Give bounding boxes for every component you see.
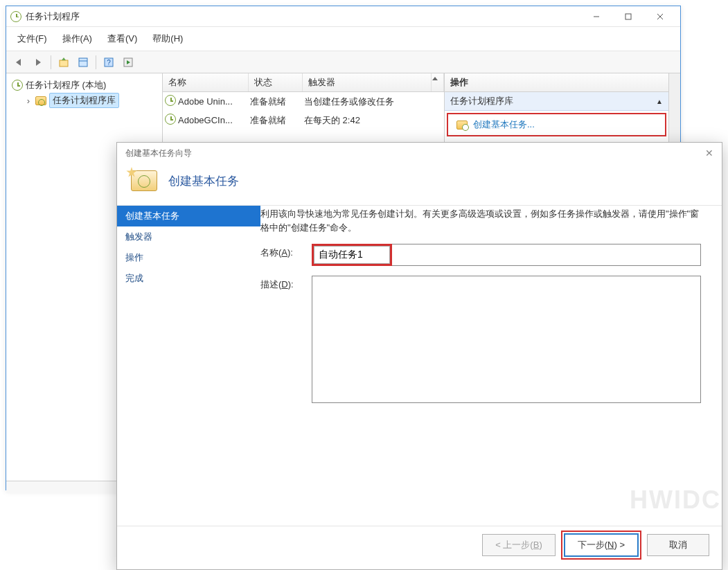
toolbar-separator [51,55,51,69]
nav-back-button[interactable] [10,54,27,71]
tree-library-label: 任务计划程序库 [49,93,119,108]
svg-marker-5 [36,59,41,66]
folder-icon [35,96,46,105]
properties-button[interactable] [75,54,91,71]
help-button[interactable]: ? [100,54,117,71]
svg-marker-4 [16,59,21,66]
create-task-icon [456,121,468,130]
task-trigger: 在每天的 2:42 [304,114,444,127]
clock-icon [10,11,21,22]
wizard-steps: 创建基本任务 触发器 操作 完成 [117,206,260,526]
collapse-icon: ▲ [656,98,663,105]
name-label: 名称(A): [260,244,305,259]
back-button: < 上一步(B) [482,534,556,556]
col-name[interactable]: 名称 [163,73,249,91]
wizard-icon [131,170,157,191]
minimize-button[interactable] [580,6,612,27]
list-header: 名称 状态 触发器 [163,73,444,92]
window-title: 任务计划程序 [26,10,80,23]
menu-action[interactable]: 操作(A) [55,30,99,48]
svg-text:?: ? [107,59,111,66]
step-finish[interactable]: 完成 [117,268,260,289]
up-level-button[interactable] [55,54,72,71]
menu-file[interactable]: 文件(F) [10,30,54,48]
expander-icon[interactable]: › [24,96,33,106]
svg-rect-1 [625,14,631,19]
run-button[interactable] [120,54,136,71]
wizard-close-button[interactable]: ✕ [705,148,713,159]
clock-icon [165,114,176,125]
next-button[interactable]: 下一步(N) > [564,533,639,557]
task-row[interactable]: Adobe Unin... 准备就绪 当创建任务或修改任务 [163,92,444,111]
tree-root[interactable]: 任务计划程序 (本地) [10,78,158,93]
description-row: 描述(D): [260,276,701,405]
window-controls [580,6,676,27]
nav-forward-button[interactable] [30,54,46,71]
toolbar-separator [96,55,96,69]
menu-view[interactable]: 查看(V) [100,30,144,48]
create-basic-task-action[interactable]: 创建基本任务... [450,114,664,135]
description-input[interactable] [312,276,701,403]
col-trigger[interactable]: 触发器 [303,73,432,91]
menu-help[interactable]: 帮助(H) [145,30,190,48]
col-scroll [432,73,444,91]
description-label: 描述(D): [260,276,305,291]
svg-rect-8 [79,58,87,66]
wizard-content: 利用该向导快速地为常见任务创建计划。有关更多高级选项或设置，例如多任务操作或触发… [260,206,722,526]
name-row: 名称(A): [260,244,701,266]
task-trigger: 当创建任务或修改任务 [304,96,444,108]
cancel-button[interactable]: 取消 [647,534,709,556]
task-name: Adobe Unin... [178,96,250,107]
svg-rect-6 [60,60,68,66]
tree-root-label: 任务计划程序 (本地) [26,79,106,91]
wizard-body: 创建基本任务 触发器 操作 完成 利用该向导快速地为常见任务创建计划。有关更多高… [117,206,722,526]
name-input[interactable] [314,246,390,264]
maximize-button[interactable] [612,6,644,27]
svg-marker-14 [432,77,438,80]
tree-library[interactable]: › 任务计划程序库 [10,93,158,108]
wizard-header: 创建基本任务 [117,163,722,206]
step-basic[interactable]: 创建基本任务 [117,206,260,226]
col-status[interactable]: 状态 [249,73,303,91]
task-row[interactable]: AdobeGCIn... 准备就绪 在每天的 2:42 [163,111,444,130]
wizard-title: 创建基本任务向导 [125,148,192,159]
create-basic-task-label: 创建基本任务... [473,118,535,131]
name-input-ext[interactable] [392,244,701,266]
wizard-footer: < 上一步(B) 下一步(N) > 取消 [117,526,722,563]
wizard-titlebar: 创建基本任务向导 ✕ [117,143,722,163]
step-action[interactable]: 操作 [117,247,260,268]
clock-icon [12,80,23,91]
actions-section-label: 任务计划程序库 [450,95,513,107]
clock-icon [165,95,176,106]
svg-marker-7 [62,57,66,60]
task-status: 准备就绪 [250,114,304,127]
actions-section[interactable]: 任务计划程序库 ▲ [445,92,668,111]
task-name: AdobeGCIn... [178,115,250,125]
task-status: 准备就绪 [250,96,304,108]
actions-header: 操作 [445,73,668,92]
titlebar: 任务计划程序 [6,6,680,27]
wizard-heading: 创建基本任务 [168,173,239,189]
wizard-description: 利用该向导快速地为常见任务创建计划。有关更多高级选项或设置，例如多任务操作或触发… [260,207,701,234]
toolbar: ? [6,51,680,73]
create-basic-task-wizard: 创建基本任务向导 ✕ 创建基本任务 创建基本任务 触发器 操作 完成 利用该向导… [116,142,722,570]
menubar: 文件(F) 操作(A) 查看(V) 帮助(H) [6,27,680,51]
close-button[interactable] [644,6,676,27]
step-trigger[interactable]: 触发器 [117,226,260,247]
